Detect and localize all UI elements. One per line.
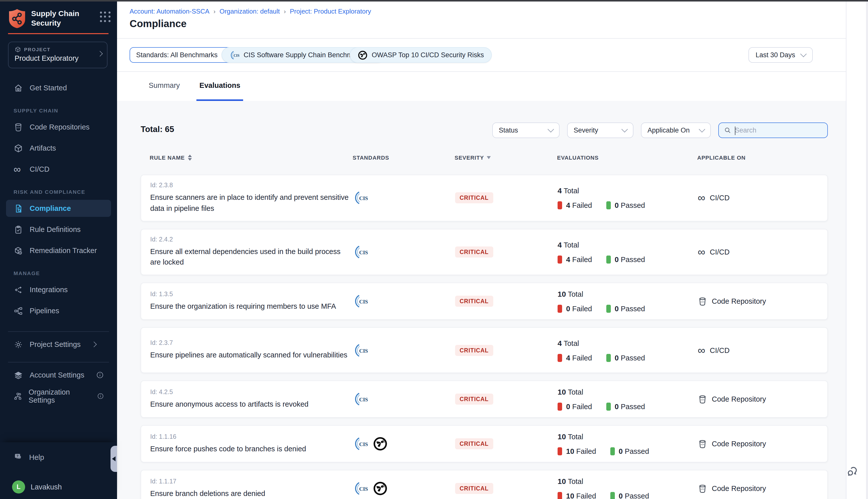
table-row[interactable]: Id: 1.1.17 Ensure branch deletions are d… [141, 470, 828, 499]
sidebar-item-label: CI/CD [29, 165, 49, 173]
severity-badge: CRITICAL [455, 345, 493, 356]
info-icon[interactable] [97, 392, 104, 400]
cube-wrench-icon [14, 246, 23, 255]
standards-cell: CIS [353, 294, 455, 309]
project-kicker-label: PROJECT [24, 47, 50, 52]
status-filter-dropdown[interactable]: Status [492, 122, 559, 138]
scrollbar-track[interactable] [866, 1, 868, 499]
evaluations-passed: 0 Passed [606, 256, 645, 264]
sidebar-item-label: Code Repositories [29, 123, 90, 131]
doc-search-icon [14, 204, 23, 213]
table-row[interactable]: Id: 1.3.5 Ensure the organization is req… [141, 283, 828, 320]
sidebar-item-label: Get Started [29, 84, 67, 92]
support-chat-icon[interactable] [846, 465, 859, 478]
owasp-logo-icon [373, 481, 388, 496]
passed-swatch [610, 447, 615, 455]
evaluations-panel: Total: 65 StatusSeverityApplicable On RU… [117, 101, 846, 499]
sidebar-section-label: SUPPLY CHAIN [14, 107, 117, 114]
severity-badge: CRITICAL [455, 483, 493, 494]
sidebar-divider [8, 331, 109, 332]
evaluations-total: 10 Total [557, 290, 698, 298]
project-cube-icon [14, 46, 21, 53]
sort-icon[interactable] [188, 155, 192, 161]
sidebar-item-integrations[interactable]: Integrations [6, 281, 111, 298]
tab-summary[interactable]: Summary [146, 71, 183, 101]
evaluations-passed: 0 Passed [606, 202, 645, 210]
tab-evaluations[interactable]: Evaluations [196, 71, 243, 101]
user-menu[interactable]: L Lavakush [12, 480, 62, 494]
rule-name: Ensure all external dependencies used in… [150, 246, 349, 268]
svg-text:CIS: CIS [359, 397, 368, 403]
standards-cell: CIS [353, 392, 455, 406]
sidebar-item-rule-definitions[interactable]: Rule Definitions [6, 221, 111, 238]
standards-cell: CIS [353, 244, 455, 259]
cicd-infinity-icon: ∞ [698, 346, 705, 354]
evaluations-cell: 4 Total 4 Failed 0 Passed [557, 339, 698, 362]
applicable-on-label: CI/CD [710, 346, 730, 354]
info-icon[interactable] [96, 371, 104, 379]
sidebar-nav: Get StartedSUPPLY CHAIN</>Code Repositor… [0, 71, 117, 405]
search-input[interactable] [735, 126, 822, 134]
evaluations-passed: 0 Passed [610, 492, 649, 499]
evaluations-total: 10 Total [557, 388, 698, 396]
user-avatar: L [12, 480, 25, 494]
cube-icon [14, 143, 23, 153]
table-row[interactable]: Id: 2.3.8 Ensure scanners are in place t… [141, 175, 828, 221]
cis-logo-icon: CIS [353, 343, 368, 358]
rule-name-cell: Id: 1.1.17 Ensure branch deletions are d… [150, 478, 353, 499]
sidebar-item-pipelines[interactable]: Pipelines [6, 302, 111, 319]
failed-swatch [557, 256, 562, 264]
standards-dropdown-label: Standards: All Benchmarks [136, 51, 217, 59]
home-icon [14, 83, 23, 93]
standards-dropdown[interactable]: Standards: All Benchmarks [130, 47, 233, 63]
standards-cell: CIS [353, 481, 455, 496]
sidebar-item-code-repositories[interactable]: </>Code Repositories [6, 119, 111, 135]
project-name: Product Exploratory [14, 54, 102, 62]
table-row[interactable]: Id: 1.1.16 Ensure force pushes code to b… [141, 425, 828, 462]
evaluations-failed: 4 Failed [557, 202, 592, 210]
passed-swatch [606, 403, 611, 411]
sidebar-item-account-settings[interactable]: Account Settings [6, 366, 111, 384]
sidebar-item-ci-cd[interactable]: ∞CI/CD [6, 161, 111, 178]
evaluations-failed: 10 Failed [557, 492, 596, 499]
table-row[interactable]: Id: 2.3.7 Ensure pipelines are automatic… [141, 327, 828, 373]
rule-name: Ensure anonymous access to artifacts is … [150, 399, 349, 410]
breadcrumb-link[interactable]: Organization: default [219, 8, 280, 15]
user-name: Lavakush [31, 483, 62, 491]
severity-filter-dropdown[interactable]: Severity [567, 122, 634, 138]
applicable-on-filter-dropdown[interactable]: Applicable On [641, 122, 711, 138]
sidebar-item-remediation-tracker[interactable]: Remediation Tracker [6, 242, 111, 259]
rule-name-cell: Id: 1.3.5 Ensure the organization is req… [150, 290, 353, 312]
breadcrumb-separator: › [214, 8, 216, 15]
breadcrumb-link[interactable]: Project: Product Exploratory [290, 8, 371, 15]
column-label: RULE NAME [150, 155, 185, 161]
table-row[interactable]: Id: 4.2.5 Ensure anonymous access to art… [141, 380, 828, 418]
severity-badge: CRITICAL [455, 296, 493, 307]
rule-id: Id: 1.1.16 [150, 433, 353, 440]
sidebar-item-help[interactable]: ? Help [14, 452, 44, 462]
applicable-on-cell: ∞CI/CD [698, 194, 818, 202]
standard-chip[interactable]: OWASP Top 10 CI/CD Security Risks [350, 47, 492, 63]
sidebar-item-get-started[interactable]: Get Started [6, 79, 111, 96]
applicable-on-label: Code Repository [712, 395, 766, 403]
rule-id: Id: 2.3.7 [150, 339, 353, 346]
project-selector[interactable]: PROJECT Product Exploratory [8, 42, 108, 68]
app-switcher-grid-icon[interactable] [100, 12, 111, 23]
date-range-dropdown[interactable]: Last 30 Days [748, 47, 813, 63]
sidebar-item-project-settings[interactable]: Project Settings [6, 336, 111, 353]
sort-desc-icon[interactable] [487, 156, 491, 159]
sidebar-item-artifacts[interactable]: Artifacts [6, 139, 111, 157]
sidebar-collapse-handle[interactable] [110, 446, 117, 472]
breadcrumb-link[interactable]: Account: Automation-SSCA [130, 8, 209, 15]
sidebar-item-compliance[interactable]: Compliance [6, 200, 111, 217]
table-header: RULE NAMESTANDARDSSEVERITYEVALUATIONSAPP… [141, 155, 828, 161]
search-box [718, 122, 828, 138]
sidebar-item-organization-settings[interactable]: Organization Settings [6, 388, 111, 405]
sidebar-item-label: Organization Settings [29, 388, 91, 404]
table-row[interactable]: Id: 2.4.2 Ensure all external dependenci… [141, 229, 828, 275]
severity-badge: CRITICAL [455, 438, 493, 449]
evaluations-cell: 10 Total 10 Failed 0 Passed [557, 477, 698, 499]
column-label: EVALUATIONS [557, 155, 599, 161]
sidebar-section-label: MANAGE [14, 270, 117, 277]
rule-name-cell: Id: 2.4.2 Ensure all external dependenci… [150, 236, 353, 268]
